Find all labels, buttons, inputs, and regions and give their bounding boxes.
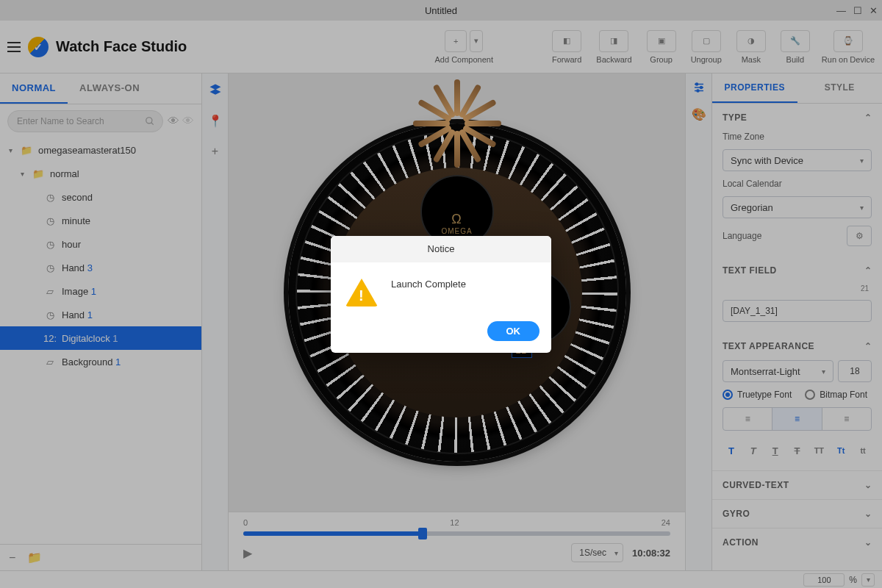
- warning-icon: [345, 279, 378, 306]
- ok-button[interactable]: OK: [487, 321, 540, 341]
- dialog-message: Launch Complete: [391, 276, 466, 290]
- modal-overlay: Notice Launch Complete OK: [0, 0, 882, 588]
- dialog-title: Notice: [331, 236, 551, 262]
- notice-dialog: Notice Launch Complete OK: [331, 236, 551, 353]
